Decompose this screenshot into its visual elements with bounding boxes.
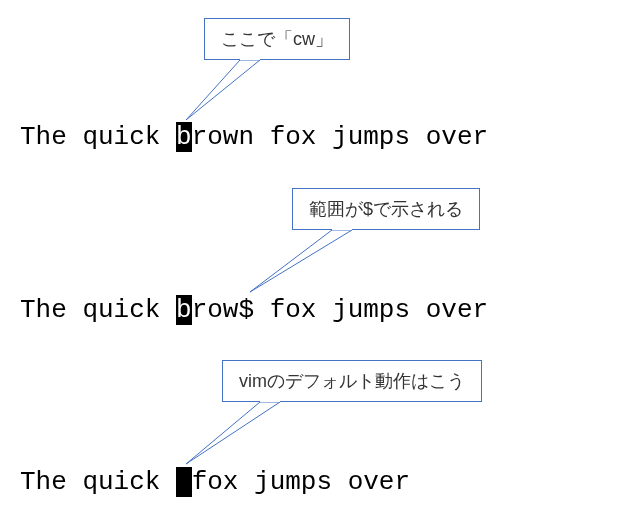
callout-1: ここで「cw」	[204, 18, 350, 60]
line3-post: fox jumps over	[192, 467, 410, 497]
line2-pre: The quick	[20, 295, 176, 325]
line2-post: row$ fox jumps over	[192, 295, 488, 325]
callout-2-pointer	[0, 0, 639, 521]
callout-2: 範囲が$で示される	[292, 188, 480, 230]
callout-1-pointer	[0, 0, 639, 521]
svg-marker-0	[186, 60, 260, 120]
line2-cursor: b	[176, 295, 192, 325]
line1-post: rown fox jumps over	[192, 122, 488, 152]
line3-pre: The quick	[20, 467, 176, 497]
line1-pre: The quick	[20, 122, 176, 152]
text-line-2: The quick brow$ fox jumps over	[20, 295, 488, 325]
svg-marker-4	[186, 402, 280, 464]
text-line-3: The quick fox jumps over	[20, 467, 410, 497]
text-line-1: The quick brown fox jumps over	[20, 122, 488, 152]
svg-marker-2	[250, 230, 352, 292]
callout-3: vimのデフォルト動作はこう	[222, 360, 482, 402]
line1-cursor: b	[176, 122, 192, 152]
diagram-stage: ここで「cw」 The quick brown fox jumps over 範…	[0, 0, 639, 521]
callout-3-pointer	[0, 0, 639, 521]
line3-cursor	[176, 467, 192, 497]
